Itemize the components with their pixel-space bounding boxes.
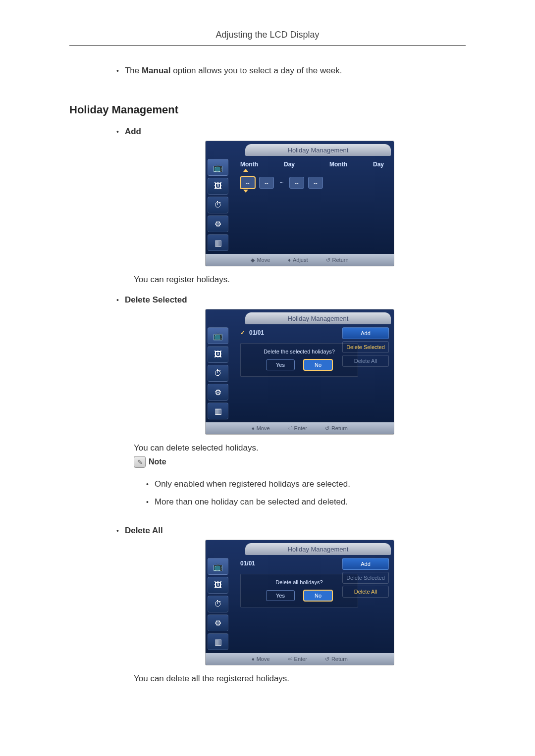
add-button[interactable]: Add	[342, 558, 389, 570]
hint-return: Return	[331, 425, 348, 431]
osd-main: Month Day Month Day -- -- ~ --	[233, 156, 394, 254]
delete-all-desc: You can delete all the registered holida…	[134, 674, 466, 684]
range-separator: ~	[278, 179, 285, 186]
note-icon: ✎	[134, 456, 146, 468]
action-buttons: Add Delete Selected Delete All	[342, 558, 389, 598]
arrow-down-icon	[243, 190, 248, 193]
dialog-no-button[interactable]: No	[304, 590, 332, 601]
action-buttons: Add Delete Selected Delete All	[342, 327, 389, 367]
delete-selected-bullet: • Delete Selected	[116, 295, 466, 305]
move-icon: ♦	[252, 425, 255, 431]
sidebar-icon-picture[interactable]: 🖼	[208, 577, 228, 594]
dialog-question: Delete the selected holidays?	[245, 349, 354, 354]
bullet-icon: •	[116, 295, 119, 305]
sidebar-icon-input[interactable]: 📺	[208, 327, 228, 344]
return-icon: ↺	[325, 656, 329, 662]
return-icon: ↺	[326, 257, 330, 263]
move-icon: ◆	[251, 257, 255, 263]
enter-icon: ⏎	[288, 656, 292, 662]
sidebar-icon-time[interactable]: ⏱	[208, 197, 228, 213]
intro-text: The Manual option allows you to select a…	[125, 65, 342, 76]
note-item: • More than one holiday can be selected …	[146, 497, 466, 507]
sidebar-icon-picture[interactable]: 🖼	[208, 178, 228, 195]
note-label: Note	[149, 457, 166, 466]
sidebar-icon-input[interactable]: 📺	[208, 558, 228, 575]
hint-enter: Enter	[294, 425, 307, 431]
sidebar-icon-input[interactable]: 📺	[208, 159, 228, 176]
osd-title: Holiday Management	[245, 144, 391, 156]
delete-selected-button[interactable]: Delete Selected	[342, 341, 389, 353]
month-label-2: Month	[329, 161, 347, 168]
delete-all-button[interactable]: Delete All	[342, 355, 389, 367]
osd-footer: ♦Move ⏎Enter ↺Return	[206, 422, 394, 434]
osd-add: Holiday Management 📺 🖼 ⏱ ⚙ ▥ Month Day M…	[206, 141, 394, 266]
delete-selected-label: Delete Selected	[125, 295, 187, 305]
note-item: • Only enabled when registered holidays …	[146, 479, 466, 490]
bullet-icon: •	[146, 479, 149, 490]
osd-sidebar: 📺 🖼 ⏱ ⚙ ▥	[206, 156, 233, 254]
intro-bold: Manual	[142, 66, 171, 75]
day-label-2: Day	[373, 161, 384, 168]
osd-main: 01/01 Add Delete Selected Delete All Del…	[233, 555, 394, 653]
add-label: Add	[125, 126, 141, 137]
day-label: Day	[284, 161, 295, 168]
document-page: Adjusting the LCD Display • The Manual o…	[0, 0, 535, 756]
hint-move: Move	[257, 257, 270, 263]
day2-spinner[interactable]: --	[308, 177, 323, 189]
hint-return: Return	[331, 656, 348, 662]
delete-selected-desc: You can delete selected holidays.	[134, 443, 466, 453]
bullet-icon: •	[116, 525, 119, 536]
adjust-icon: ♦	[288, 257, 291, 263]
sidebar-icon-multi[interactable]: ▥	[208, 633, 228, 650]
return-icon: ↺	[325, 425, 329, 432]
holiday-date: 01/01	[240, 560, 255, 567]
delete-all-label: Delete All	[125, 525, 163, 536]
bullet-icon: •	[146, 497, 149, 507]
confirm-dialog: Delete all holidays? Yes No	[240, 574, 358, 607]
check-icon: ✓	[240, 329, 245, 336]
delete-all-button[interactable]: Delete All	[342, 586, 389, 598]
holiday-date: 01/01	[249, 329, 264, 336]
hint-enter: Enter	[294, 656, 307, 662]
month1-spinner[interactable]: --	[240, 177, 255, 189]
sidebar-icon-multi[interactable]: ▥	[208, 234, 228, 251]
osd-delete-selected: Holiday Management 📺 🖼 ⏱ ⚙ ▥ ✓ 01/01 Add…	[206, 309, 394, 434]
osd-sidebar: 📺 🖼 ⏱ ⚙ ▥	[206, 555, 233, 653]
dialog-yes-button[interactable]: Yes	[266, 590, 295, 601]
bullet-icon: •	[116, 126, 119, 137]
osd-title: Holiday Management	[245, 312, 391, 324]
hint-adjust: Adjust	[293, 257, 308, 263]
day1-spinner[interactable]: --	[259, 177, 274, 189]
hint-move: Move	[257, 425, 270, 431]
intro-suffix: option allows you to select a day of the…	[171, 66, 342, 75]
sidebar-icon-setup[interactable]: ⚙	[208, 215, 228, 232]
note-row: ✎ Note	[134, 456, 466, 468]
add-button[interactable]: Add	[342, 327, 389, 339]
month-label: Month	[240, 161, 258, 168]
osd-footer: ◆Move ♦Adjust ↺Return	[206, 254, 394, 266]
sidebar-icon-setup[interactable]: ⚙	[208, 384, 228, 401]
sidebar-icon-picture[interactable]: 🖼	[208, 346, 228, 363]
page-header: Adjusting the LCD Display	[69, 30, 466, 46]
hint-return: Return	[332, 257, 349, 263]
hint-move: Move	[257, 656, 270, 662]
month2-spinner[interactable]: --	[289, 177, 304, 189]
osd-main: ✓ 01/01 Add Delete Selected Delete All D…	[233, 324, 394, 422]
osd-delete-all: Holiday Management 📺 🖼 ⏱ ⚙ ▥ 01/01 Add D…	[206, 540, 394, 665]
add-desc: You can register holidays.	[134, 275, 466, 285]
dialog-question: Delete all holidays?	[245, 579, 354, 585]
intro-prefix: The	[125, 66, 142, 75]
dialog-no-button[interactable]: No	[304, 359, 332, 370]
delete-selected-button[interactable]: Delete Selected	[342, 572, 389, 584]
section-heading: Holiday Management	[69, 103, 466, 116]
move-icon: ♦	[252, 656, 255, 662]
osd-title: Holiday Management	[245, 543, 391, 555]
note-text-2: More than one holiday can be selected an…	[155, 497, 348, 507]
note-text-1: Only enabled when registered holidays ar…	[155, 479, 350, 490]
sidebar-icon-time[interactable]: ⏱	[208, 596, 228, 612]
osd-footer: ♦Move ⏎Enter ↺Return	[206, 653, 394, 665]
dialog-yes-button[interactable]: Yes	[266, 359, 295, 370]
sidebar-icon-time[interactable]: ⏱	[208, 365, 228, 382]
sidebar-icon-setup[interactable]: ⚙	[208, 614, 228, 631]
sidebar-icon-multi[interactable]: ▥	[208, 403, 228, 419]
